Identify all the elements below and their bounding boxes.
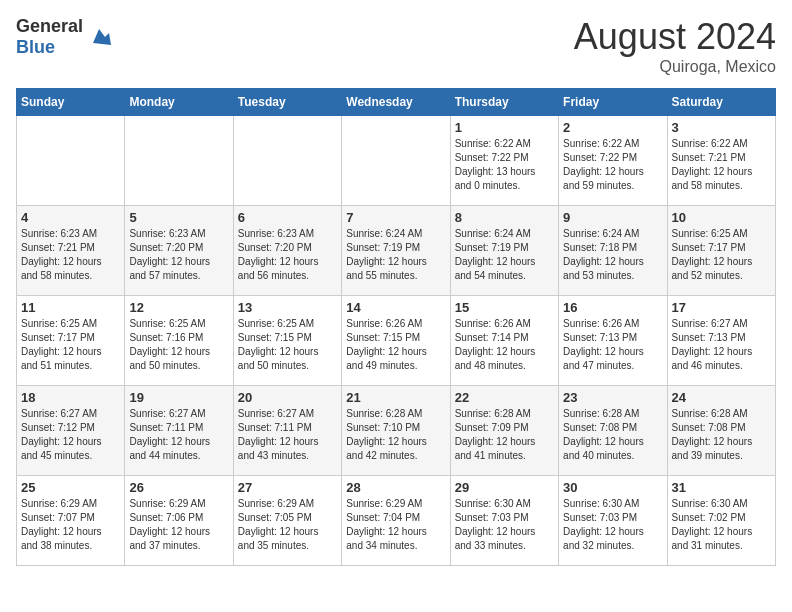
calendar-cell: 2Sunrise: 6:22 AM Sunset: 7:22 PM Daylig… <box>559 116 667 206</box>
day-number: 22 <box>455 390 554 405</box>
logo-text: General Blue <box>16 16 83 58</box>
calendar-cell: 27Sunrise: 6:29 AM Sunset: 7:05 PM Dayli… <box>233 476 341 566</box>
cell-info: Sunrise: 6:25 AM Sunset: 7:17 PM Dayligh… <box>672 227 771 283</box>
cell-info: Sunrise: 6:25 AM Sunset: 7:15 PM Dayligh… <box>238 317 337 373</box>
logo-general: General <box>16 16 83 36</box>
day-header-tuesday: Tuesday <box>233 89 341 116</box>
calendar-cell: 25Sunrise: 6:29 AM Sunset: 7:07 PM Dayli… <box>17 476 125 566</box>
cell-info: Sunrise: 6:23 AM Sunset: 7:20 PM Dayligh… <box>129 227 228 283</box>
calendar-cell: 21Sunrise: 6:28 AM Sunset: 7:10 PM Dayli… <box>342 386 450 476</box>
cell-info: Sunrise: 6:23 AM Sunset: 7:21 PM Dayligh… <box>21 227 120 283</box>
cell-info: Sunrise: 6:23 AM Sunset: 7:20 PM Dayligh… <box>238 227 337 283</box>
cell-info: Sunrise: 6:24 AM Sunset: 7:19 PM Dayligh… <box>346 227 445 283</box>
week-row-4: 18Sunrise: 6:27 AM Sunset: 7:12 PM Dayli… <box>17 386 776 476</box>
calendar-cell: 7Sunrise: 6:24 AM Sunset: 7:19 PM Daylig… <box>342 206 450 296</box>
day-number: 18 <box>21 390 120 405</box>
cell-info: Sunrise: 6:27 AM Sunset: 7:12 PM Dayligh… <box>21 407 120 463</box>
cell-info: Sunrise: 6:29 AM Sunset: 7:05 PM Dayligh… <box>238 497 337 553</box>
cell-info: Sunrise: 6:30 AM Sunset: 7:03 PM Dayligh… <box>455 497 554 553</box>
day-number: 2 <box>563 120 662 135</box>
calendar-header: SundayMondayTuesdayWednesdayThursdayFrid… <box>17 89 776 116</box>
day-number: 14 <box>346 300 445 315</box>
logo: General Blue <box>16 16 113 58</box>
cell-info: Sunrise: 6:29 AM Sunset: 7:07 PM Dayligh… <box>21 497 120 553</box>
cell-info: Sunrise: 6:26 AM Sunset: 7:15 PM Dayligh… <box>346 317 445 373</box>
day-number: 26 <box>129 480 228 495</box>
cell-info: Sunrise: 6:24 AM Sunset: 7:18 PM Dayligh… <box>563 227 662 283</box>
calendar-cell: 4Sunrise: 6:23 AM Sunset: 7:21 PM Daylig… <box>17 206 125 296</box>
week-row-1: 1Sunrise: 6:22 AM Sunset: 7:22 PM Daylig… <box>17 116 776 206</box>
calendar-cell <box>342 116 450 206</box>
cell-info: Sunrise: 6:27 AM Sunset: 7:11 PM Dayligh… <box>238 407 337 463</box>
svg-marker-0 <box>93 29 111 45</box>
calendar-body: 1Sunrise: 6:22 AM Sunset: 7:22 PM Daylig… <box>17 116 776 566</box>
calendar-cell: 30Sunrise: 6:30 AM Sunset: 7:03 PM Dayli… <box>559 476 667 566</box>
location: Quiroga, Mexico <box>574 58 776 76</box>
calendar-cell: 10Sunrise: 6:25 AM Sunset: 7:17 PM Dayli… <box>667 206 775 296</box>
cell-info: Sunrise: 6:30 AM Sunset: 7:02 PM Dayligh… <box>672 497 771 553</box>
day-number: 12 <box>129 300 228 315</box>
cell-info: Sunrise: 6:26 AM Sunset: 7:14 PM Dayligh… <box>455 317 554 373</box>
calendar-cell: 28Sunrise: 6:29 AM Sunset: 7:04 PM Dayli… <box>342 476 450 566</box>
calendar-cell: 31Sunrise: 6:30 AM Sunset: 7:02 PM Dayli… <box>667 476 775 566</box>
day-number: 8 <box>455 210 554 225</box>
calendar-cell: 15Sunrise: 6:26 AM Sunset: 7:14 PM Dayli… <box>450 296 558 386</box>
cell-info: Sunrise: 6:27 AM Sunset: 7:13 PM Dayligh… <box>672 317 771 373</box>
day-number: 30 <box>563 480 662 495</box>
calendar-cell: 1Sunrise: 6:22 AM Sunset: 7:22 PM Daylig… <box>450 116 558 206</box>
day-number: 11 <box>21 300 120 315</box>
day-number: 25 <box>21 480 120 495</box>
day-number: 17 <box>672 300 771 315</box>
day-number: 4 <box>21 210 120 225</box>
day-header-friday: Friday <box>559 89 667 116</box>
calendar-cell: 19Sunrise: 6:27 AM Sunset: 7:11 PM Dayli… <box>125 386 233 476</box>
calendar-cell: 9Sunrise: 6:24 AM Sunset: 7:18 PM Daylig… <box>559 206 667 296</box>
day-number: 3 <box>672 120 771 135</box>
calendar-cell: 18Sunrise: 6:27 AM Sunset: 7:12 PM Dayli… <box>17 386 125 476</box>
day-number: 28 <box>346 480 445 495</box>
day-number: 1 <box>455 120 554 135</box>
day-number: 10 <box>672 210 771 225</box>
day-number: 31 <box>672 480 771 495</box>
cell-info: Sunrise: 6:22 AM Sunset: 7:22 PM Dayligh… <box>455 137 554 193</box>
day-number: 13 <box>238 300 337 315</box>
day-header-saturday: Saturday <box>667 89 775 116</box>
day-header-wednesday: Wednesday <box>342 89 450 116</box>
cell-info: Sunrise: 6:25 AM Sunset: 7:16 PM Dayligh… <box>129 317 228 373</box>
calendar-cell: 13Sunrise: 6:25 AM Sunset: 7:15 PM Dayli… <box>233 296 341 386</box>
page-header: General Blue August 2024 Quiroga, Mexico <box>16 16 776 76</box>
cell-info: Sunrise: 6:26 AM Sunset: 7:13 PM Dayligh… <box>563 317 662 373</box>
day-number: 7 <box>346 210 445 225</box>
day-number: 9 <box>563 210 662 225</box>
calendar-cell: 8Sunrise: 6:24 AM Sunset: 7:19 PM Daylig… <box>450 206 558 296</box>
calendar-cell: 3Sunrise: 6:22 AM Sunset: 7:21 PM Daylig… <box>667 116 775 206</box>
calendar-cell: 11Sunrise: 6:25 AM Sunset: 7:17 PM Dayli… <box>17 296 125 386</box>
week-row-3: 11Sunrise: 6:25 AM Sunset: 7:17 PM Dayli… <box>17 296 776 386</box>
calendar-table: SundayMondayTuesdayWednesdayThursdayFrid… <box>16 88 776 566</box>
calendar-cell: 22Sunrise: 6:28 AM Sunset: 7:09 PM Dayli… <box>450 386 558 476</box>
calendar-cell: 24Sunrise: 6:28 AM Sunset: 7:08 PM Dayli… <box>667 386 775 476</box>
calendar-cell <box>233 116 341 206</box>
cell-info: Sunrise: 6:22 AM Sunset: 7:21 PM Dayligh… <box>672 137 771 193</box>
day-number: 23 <box>563 390 662 405</box>
day-number: 15 <box>455 300 554 315</box>
day-number: 24 <box>672 390 771 405</box>
week-row-5: 25Sunrise: 6:29 AM Sunset: 7:07 PM Dayli… <box>17 476 776 566</box>
day-number: 29 <box>455 480 554 495</box>
cell-info: Sunrise: 6:28 AM Sunset: 7:10 PM Dayligh… <box>346 407 445 463</box>
day-header-thursday: Thursday <box>450 89 558 116</box>
calendar-cell: 17Sunrise: 6:27 AM Sunset: 7:13 PM Dayli… <box>667 296 775 386</box>
calendar-cell: 16Sunrise: 6:26 AM Sunset: 7:13 PM Dayli… <box>559 296 667 386</box>
title-block: August 2024 Quiroga, Mexico <box>574 16 776 76</box>
cell-info: Sunrise: 6:28 AM Sunset: 7:08 PM Dayligh… <box>672 407 771 463</box>
cell-info: Sunrise: 6:27 AM Sunset: 7:11 PM Dayligh… <box>129 407 228 463</box>
week-row-2: 4Sunrise: 6:23 AM Sunset: 7:21 PM Daylig… <box>17 206 776 296</box>
day-header-monday: Monday <box>125 89 233 116</box>
cell-info: Sunrise: 6:28 AM Sunset: 7:08 PM Dayligh… <box>563 407 662 463</box>
cell-info: Sunrise: 6:22 AM Sunset: 7:22 PM Dayligh… <box>563 137 662 193</box>
day-number: 27 <box>238 480 337 495</box>
day-number: 16 <box>563 300 662 315</box>
calendar-cell <box>125 116 233 206</box>
calendar-cell <box>17 116 125 206</box>
cell-info: Sunrise: 6:29 AM Sunset: 7:06 PM Dayligh… <box>129 497 228 553</box>
